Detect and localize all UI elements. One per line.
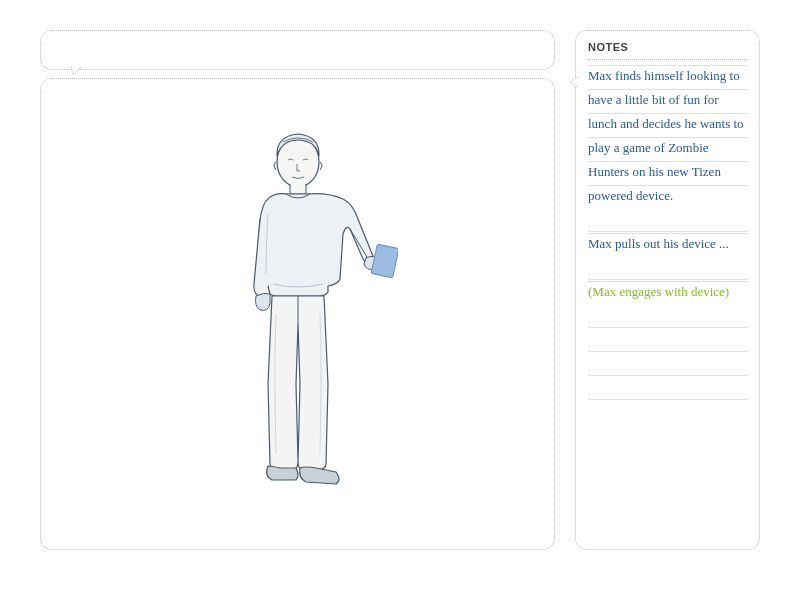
caption-box[interactable] bbox=[40, 30, 555, 70]
note-paragraph-2: Max pulls out his device ... bbox=[588, 232, 747, 256]
notes-blank-line bbox=[588, 304, 747, 328]
notes-blank-line bbox=[588, 352, 747, 376]
note-paragraph-3: (Max engages with device) bbox=[588, 280, 747, 304]
note-text-1: Max finds himself looking to have a litt… bbox=[588, 68, 744, 203]
person-holding-device-illustration bbox=[198, 124, 398, 504]
storyboard-container: NOTES Max finds himself looking to have … bbox=[40, 30, 760, 550]
note-text-2: Max pulls out his device ... bbox=[588, 236, 729, 251]
illustration-box[interactable] bbox=[40, 78, 555, 550]
notes-blank-line bbox=[588, 328, 747, 352]
note-paragraph-1: Max finds himself looking to have a litt… bbox=[588, 64, 747, 208]
note-text-3: (Max engages with device) bbox=[588, 284, 729, 299]
notes-blank-line bbox=[588, 256, 747, 280]
notes-blank-line bbox=[588, 208, 747, 232]
notes-header: NOTES bbox=[588, 41, 747, 60]
main-panel bbox=[40, 30, 555, 550]
notes-content: Max finds himself looking to have a litt… bbox=[588, 64, 747, 400]
notes-panel[interactable]: NOTES Max finds himself looking to have … bbox=[575, 30, 760, 550]
notes-tail bbox=[568, 76, 580, 88]
caption-tail bbox=[71, 65, 83, 77]
notes-blank-line bbox=[588, 376, 747, 400]
device-icon bbox=[371, 244, 398, 278]
